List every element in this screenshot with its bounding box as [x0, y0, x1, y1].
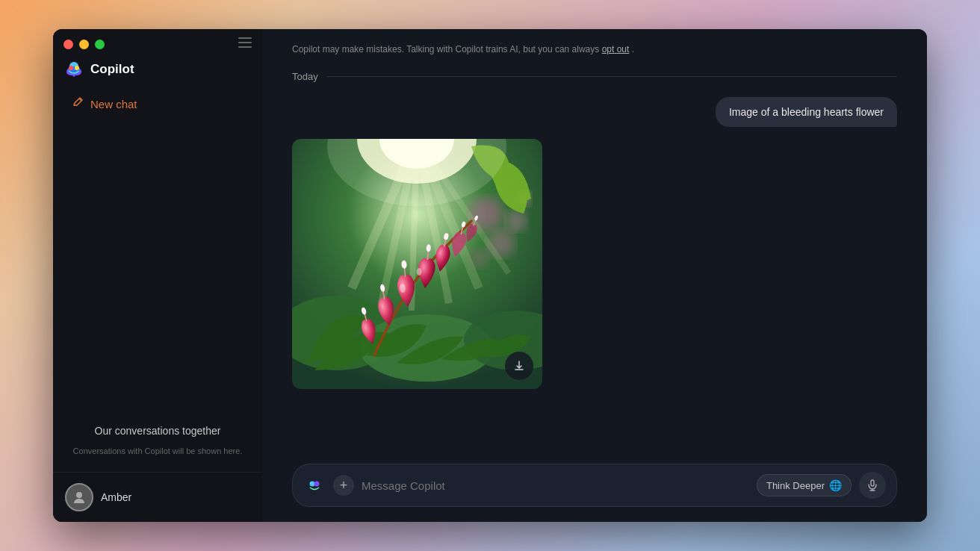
sidebar: Copilot New chat Our conversations toget…: [53, 29, 262, 522]
add-icon: +: [340, 478, 348, 494]
input-area: + Think Deeper 🌐: [262, 453, 927, 522]
new-chat-label: New chat: [90, 98, 137, 110]
main-panel: Copilot may make mistakes. Talking with …: [262, 29, 927, 522]
svg-rect-0: [238, 37, 252, 39]
svg-rect-35: [871, 480, 874, 486]
sidebar-toggle-icon[interactable]: [238, 37, 252, 51]
svg-point-9: [506, 211, 527, 231]
svg-point-4: [75, 66, 79, 70]
svg-point-32: [417, 268, 422, 276]
think-deeper-label: Think Deeper: [766, 480, 825, 491]
copilot-logo: [63, 59, 84, 80]
svg-point-5: [76, 492, 82, 498]
minimize-button[interactable]: [79, 40, 89, 49]
date-label: Today: [292, 71, 318, 82]
disclaimer: Copilot may make mistakes. Talking with …: [262, 29, 927, 63]
input-copilot-logo: [303, 474, 326, 496]
chat-area: Image of a bleeding hearts flower: [262, 90, 927, 453]
svg-rect-1: [238, 42, 252, 43]
svg-rect-2: [238, 46, 252, 48]
svg-point-34: [314, 482, 320, 487]
avatar: [65, 483, 93, 511]
mic-button[interactable]: [859, 472, 886, 499]
close-button[interactable]: [63, 40, 73, 49]
input-container: + Think Deeper 🌐: [292, 464, 897, 507]
message-input[interactable]: [362, 479, 749, 492]
new-chat-button[interactable]: New chat: [61, 90, 255, 117]
ai-response: [292, 139, 542, 389]
conversations-subtitle: Conversations with Copilot will be shown…: [68, 445, 247, 458]
fullscreen-button[interactable]: [95, 40, 105, 49]
disclaimer-text: Copilot may make mistakes. Talking with …: [292, 44, 599, 55]
generated-image: [292, 139, 542, 389]
conversations-placeholder: Our conversations together Conversations…: [53, 409, 262, 472]
user-section[interactable]: Amber: [53, 472, 262, 522]
new-chat-icon: [72, 96, 84, 111]
svg-point-3: [69, 66, 73, 70]
conversations-title: Our conversations together: [68, 424, 247, 439]
titlebar: [53, 29, 262, 59]
globe-icon: 🌐: [829, 479, 842, 491]
add-button[interactable]: +: [333, 475, 354, 496]
think-deeper-button[interactable]: Think Deeper 🌐: [757, 474, 852, 496]
brand-name: Copilot: [90, 62, 134, 77]
download-button[interactable]: [505, 352, 533, 380]
date-line: [327, 76, 897, 77]
svg-point-33: [310, 482, 315, 487]
user-name: Amber: [101, 491, 131, 503]
opt-out-link[interactable]: opt out: [602, 44, 630, 55]
user-message: Image of a bleeding hearts flower: [716, 97, 897, 127]
disclaimer-end: .: [632, 44, 634, 55]
date-divider: Today: [262, 63, 927, 90]
